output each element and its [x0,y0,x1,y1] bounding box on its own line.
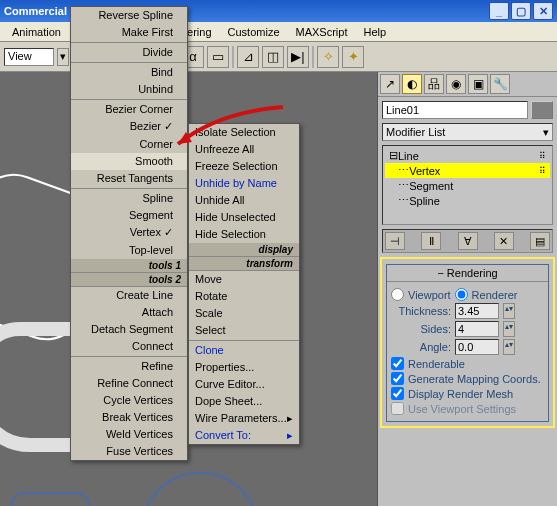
tool-select[interactable]: ▭ [207,46,229,68]
tool-snap1[interactable]: ✧ [317,46,339,68]
curve-editor-item[interactable]: Curve Editor... [189,376,299,393]
view-dropdown[interactable]: ▾ [57,48,69,66]
thickness-field[interactable] [455,303,499,319]
tab-utilities-icon[interactable]: 🔧 [490,74,510,94]
create-line-item[interactable]: Create Line [71,287,187,304]
reverse-spline-item[interactable]: Reverse Spline [71,7,187,24]
unfreeze-all-item[interactable]: Unfreeze All [189,141,299,158]
break-vertices-item[interactable]: Break Vertices [71,409,187,426]
stack-pin-icon[interactable]: ⊣ [385,232,405,250]
command-panel: ↗ ◐ 品 ◉ ▣ 🔧 Modifier List▾ ⊟ Line⠿ ⋯ Ver… [377,72,557,506]
stack-vertex[interactable]: ⋯ Vertex⠿ [385,163,550,178]
unhide-all-item[interactable]: Unhide All [189,192,299,209]
stack-unique-icon[interactable]: ∀ [458,232,478,250]
tool-skip[interactable]: ▶| [287,46,309,68]
connect-item[interactable]: Connect [71,338,187,355]
clone-item[interactable]: Clone [189,342,299,359]
display-header: display [189,243,299,257]
display-render-mesh-checkbox[interactable]: Display Render Mesh [391,387,544,400]
menu-animation[interactable]: Animation [4,24,69,40]
divide-item[interactable]: Divide [71,44,187,61]
quad-menu-right: Isolate Selection Unfreeze All Freeze Se… [188,123,300,445]
tools1-header: tools 1 [71,259,187,273]
modifier-stack[interactable]: ⊟ Line⠿ ⋯ Vertex⠿ ⋯ Segment ⋯ Spline [382,145,553,225]
unbind-item[interactable]: Unbind [71,81,187,98]
object-color-swatch[interactable] [531,101,553,119]
rendering-rollout: − Rendering Viewport Renderer Thickness:… [386,264,549,422]
tool-mirror[interactable]: ◫ [262,46,284,68]
menu-help[interactable]: Help [356,24,395,40]
move-item[interactable]: Move [189,271,299,288]
freeze-selection-item[interactable]: Freeze Selection [189,158,299,175]
vertex-level-item[interactable]: Vertex [71,224,187,242]
stack-segment[interactable]: ⋯ Segment [385,178,550,193]
segment-level-item[interactable]: Segment [71,207,187,224]
tools2-header: tools 2 [71,273,187,287]
cycle-vertices-item[interactable]: Cycle Vertices [71,392,187,409]
tool-axis[interactable]: ⊿ [237,46,259,68]
stack-config-icon[interactable]: ▤ [530,232,550,250]
stack-show-icon[interactable]: Ⅱ [421,232,441,250]
angle-field[interactable] [455,339,499,355]
tab-modify-icon[interactable]: ◐ [402,74,422,94]
fuse-vertices-item[interactable]: Fuse Vertices [71,443,187,460]
transform-header: transform [189,257,299,271]
refine-connect-item[interactable]: Refine Connect [71,375,187,392]
maximize-button[interactable]: ▢ [511,2,531,20]
minimize-button[interactable]: _ [489,2,509,20]
angle-spinner[interactable]: ▴▾ [503,339,515,355]
isolate-selection-item[interactable]: Isolate Selection [189,124,299,141]
wire-parameters-item[interactable]: Wire Parameters... ▸ [189,410,299,427]
make-first-item[interactable]: Make First [71,24,187,41]
bezier-item[interactable]: Bezier [71,118,187,136]
renderable-checkbox[interactable]: Renderable [391,357,544,370]
stack-line[interactable]: ⊟ Line⠿ [385,148,550,163]
bezier-corner-item[interactable]: Bezier Corner [71,101,187,118]
attach-item[interactable]: Attach [71,304,187,321]
tab-motion-icon[interactable]: ◉ [446,74,466,94]
smooth-item[interactable]: Smooth [71,153,187,170]
object-name-field[interactable] [382,101,528,119]
use-viewport-settings-checkbox[interactable]: Use Viewport Settings [391,402,544,415]
stack-remove-icon[interactable]: ✕ [494,232,514,250]
tool-snap2[interactable]: ✦ [342,46,364,68]
spline-level-item[interactable]: Spline [71,190,187,207]
properties-item[interactable]: Properties... [189,359,299,376]
tab-create-icon[interactable]: ↗ [380,74,400,94]
tab-hierarchy-icon[interactable]: 品 [424,74,444,94]
stack-spline[interactable]: ⋯ Spline [385,193,550,208]
unhide-by-name-item[interactable]: Unhide by Name [189,175,299,192]
top-level-item[interactable]: Top-level [71,242,187,259]
mapping-coords-checkbox[interactable]: Generate Mapping Coords. [391,372,544,385]
modifier-list-dropdown[interactable]: Modifier List▾ [382,123,553,141]
refine-item[interactable]: Refine [71,358,187,375]
corner-item[interactable]: Corner [71,136,187,153]
bind-item[interactable]: Bind [71,64,187,81]
close-button[interactable]: ✕ [533,2,553,20]
menu-customize[interactable]: Customize [220,24,288,40]
weld-vertices-item[interactable]: Weld Vertices [71,426,187,443]
tab-display-icon[interactable]: ▣ [468,74,488,94]
select-item[interactable]: Select [189,322,299,339]
viewport-radio[interactable]: Viewport [391,288,451,301]
thickness-spinner[interactable]: ▴▾ [503,303,515,319]
rotate-item[interactable]: Rotate [189,288,299,305]
convert-to-item[interactable]: Convert To: ▸ [189,427,299,444]
detach-segment-item[interactable]: Detach Segment [71,321,187,338]
renderer-radio[interactable]: Renderer [455,288,518,301]
rollout-title: Rendering [447,267,498,279]
dope-sheet-item[interactable]: Dope Sheet... [189,393,299,410]
view-selector[interactable]: View [4,48,54,66]
hide-unselected-item[interactable]: Hide Unselected [189,209,299,226]
hide-selection-item[interactable]: Hide Selection [189,226,299,243]
scale-item[interactable]: Scale [189,305,299,322]
quad-menu-left: Reverse Spline Make First Divide Bind Un… [70,6,188,461]
reset-tangents-item[interactable]: Reset Tangents [71,170,187,187]
sides-spinner[interactable]: ▴▾ [503,321,515,337]
menu-maxscript[interactable]: MAXScript [288,24,356,40]
sides-field[interactable] [455,321,499,337]
